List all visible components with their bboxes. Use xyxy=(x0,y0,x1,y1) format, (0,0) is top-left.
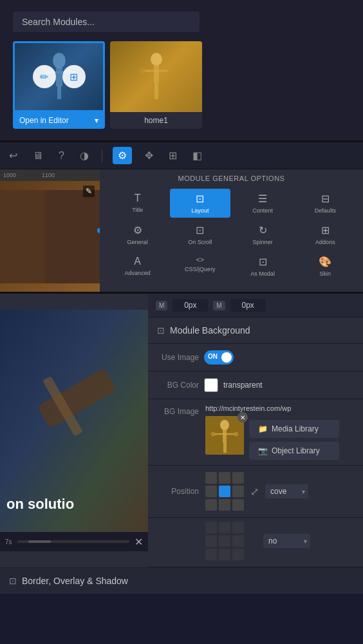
ruler-mark-2: 1100 xyxy=(42,172,55,178)
bg-image-row: BG Image http://mcintyrestein.com/wp xyxy=(148,399,363,466)
card1-label[interactable]: Open in Editor ▾ xyxy=(13,112,105,129)
bg-color-swatch[interactable] xyxy=(204,378,218,392)
svg-rect-13 xyxy=(0,190,45,283)
option-advanced[interactable]: A Advanced xyxy=(107,252,167,281)
repeat-pos-ml[interactable] xyxy=(205,535,217,547)
border-overlay-shadow-header[interactable]: ⊡ Border, Overlay & Shadow xyxy=(0,568,363,594)
image-thumbnail xyxy=(205,416,244,455)
contrast-icon[interactable]: ◑ xyxy=(77,147,91,164)
monitor-icon[interactable]: 🖥 xyxy=(30,147,46,164)
module-card-1[interactable]: ✏ ⊞ Open in Editor ▾ xyxy=(13,41,105,129)
repeat-pos-bl[interactable] xyxy=(205,549,217,560)
position-row: Position ⤢ cove contain xyxy=(148,466,363,518)
ruler-horizontal: 1000 1100 xyxy=(0,169,100,181)
bg-color-value: transparent xyxy=(223,381,263,390)
image-thumbnail-wrap: ✕ xyxy=(205,416,244,455)
repeat-pos-mc[interactable] xyxy=(219,535,230,547)
svg-rect-20 xyxy=(223,430,227,442)
advanced-option-label: Advanced xyxy=(125,270,151,276)
option-skin[interactable]: 🎨 Skin xyxy=(295,252,355,281)
timeline-bar: 7s ✕ xyxy=(0,532,148,551)
repeat-pos-br[interactable] xyxy=(232,549,244,560)
svg-point-9 xyxy=(139,68,145,74)
help-icon[interactable]: ? xyxy=(56,147,67,164)
advanced-option-icon: A xyxy=(134,256,141,267)
module-card-2[interactable]: home1 xyxy=(110,41,202,129)
addons-option-icon: ⊞ xyxy=(321,224,330,236)
card1-layout-icon[interactable]: ⊞ xyxy=(62,65,86,88)
repeat-pos-bc[interactable] xyxy=(219,549,230,560)
layers-icon[interactable]: ◧ xyxy=(190,147,205,164)
title-option-label: Title xyxy=(132,207,143,213)
search-bar[interactable]: Search Modules... xyxy=(13,12,200,32)
option-general[interactable]: ⚙ General xyxy=(107,220,167,249)
options-grid: T Title ⊡ Layout ☰ Content ⊟ Defaults ⚙ xyxy=(107,189,355,281)
repeat-select-container: no repeat repeat-x repeat-y ▾ xyxy=(263,534,310,548)
option-addons[interactable]: ⊞ Addons xyxy=(295,220,355,249)
option-spinner[interactable]: ↻ Spinner xyxy=(233,220,293,249)
card2-label: home1 xyxy=(110,112,202,129)
option-layout[interactable]: ⊡ Layout xyxy=(170,189,230,218)
scrollbar-track[interactable] xyxy=(17,540,129,543)
pos-dot-bl[interactable] xyxy=(205,499,217,511)
media-library-button[interactable]: 📁 Media Library xyxy=(249,420,339,438)
gold-statue-icon xyxy=(131,48,182,106)
use-image-row: Use Image ON xyxy=(148,344,363,372)
undo-icon[interactable]: ↩ xyxy=(6,147,20,164)
toggle-track[interactable]: ON xyxy=(204,350,234,365)
toolbar: ↩ 🖥 ? ◑ ⚙ ✥ ⊞ ◧ xyxy=(0,142,363,169)
thumbnail-remove-button[interactable]: ✕ xyxy=(237,412,248,422)
svg-rect-5 xyxy=(57,86,61,99)
object-library-button[interactable]: 📷 Object Library xyxy=(249,442,339,460)
repeat-pos-tl[interactable] xyxy=(205,522,217,533)
option-content[interactable]: ☰ Content xyxy=(233,189,293,218)
card1-dropdown-arrow[interactable]: ▾ xyxy=(95,116,98,125)
pos-dot-tr[interactable] xyxy=(232,472,244,484)
pos-dot-tl[interactable] xyxy=(205,472,217,484)
option-title[interactable]: T Title xyxy=(107,189,167,218)
pos-dot-bc[interactable] xyxy=(219,499,230,511)
module-card-1-image: ✏ ⊞ xyxy=(13,41,105,112)
media-library-icon: 📁 xyxy=(258,424,268,433)
layout-option-label: Layout xyxy=(191,207,209,214)
margin-input-1[interactable] xyxy=(172,299,208,312)
module-options-section: ↩ 🖥 ? ◑ ⚙ ✥ ⊞ ◧ 1000 1100 ✎ xyxy=(0,142,363,294)
option-onscroll[interactable]: ⊡ On Scroll xyxy=(170,220,230,249)
pos-dot-ml[interactable] xyxy=(205,486,217,497)
option-cssjquery[interactable]: <> CSS/jQuery xyxy=(170,252,230,281)
repeat-select[interactable]: no repeat repeat-x repeat-y xyxy=(263,534,310,548)
margin-input-2[interactable] xyxy=(230,299,266,312)
timeline-close-button[interactable]: ✕ xyxy=(135,536,143,548)
cssjquery-option-icon: <> xyxy=(196,256,204,263)
settings-icon[interactable]: ⚙ xyxy=(113,147,132,164)
image-row-bottom: ✕ 📁 Media Library 📷 Object Library xyxy=(205,416,354,460)
pos-dot-mr[interactable] xyxy=(232,486,244,497)
canvas-background-svg xyxy=(0,190,100,283)
position-select[interactable]: cove contain auto xyxy=(265,484,308,498)
pos-dot-br[interactable] xyxy=(232,499,244,511)
repeat-pos-tc[interactable] xyxy=(219,522,230,533)
defaults-option-icon: ⊟ xyxy=(321,193,330,205)
pos-dot-tc[interactable] xyxy=(219,472,230,484)
card1-edit-icon[interactable]: ✏ xyxy=(33,65,56,88)
repeat-pos-tr[interactable] xyxy=(232,522,244,533)
move-icon[interactable]: ✥ xyxy=(142,147,156,164)
use-image-toggle[interactable]: ON xyxy=(204,350,234,365)
pos-dot-mc[interactable] xyxy=(219,486,230,497)
content-option-label: Content xyxy=(252,207,273,214)
settings-top: on solutio 7s ✕ M M ⊡ Module Background xyxy=(0,294,363,568)
position-select-container: cove contain auto ▾ xyxy=(265,484,308,498)
asmodal-option-icon: ⊡ xyxy=(259,256,267,268)
repeat-pos-mr[interactable] xyxy=(232,535,244,547)
grid-view-icon[interactable]: ⊞ xyxy=(166,147,180,164)
thumbnail-svg xyxy=(205,416,244,455)
position-grid[interactable] xyxy=(205,472,244,511)
toggle-on-label: ON xyxy=(208,353,218,360)
object-library-icon: 📷 xyxy=(258,446,268,455)
right-settings-panel: M M ⊡ Module Background Use Image ON xyxy=(148,294,363,567)
timeline-time: 7s xyxy=(5,538,12,545)
margin-label-2: M xyxy=(213,301,225,310)
option-asmodal[interactable]: ⊡ As Modal xyxy=(233,252,293,281)
option-defaults[interactable]: ⊟ Defaults xyxy=(295,189,355,218)
bg-image-url: http://mcintyrestein.com/wp xyxy=(205,404,354,412)
